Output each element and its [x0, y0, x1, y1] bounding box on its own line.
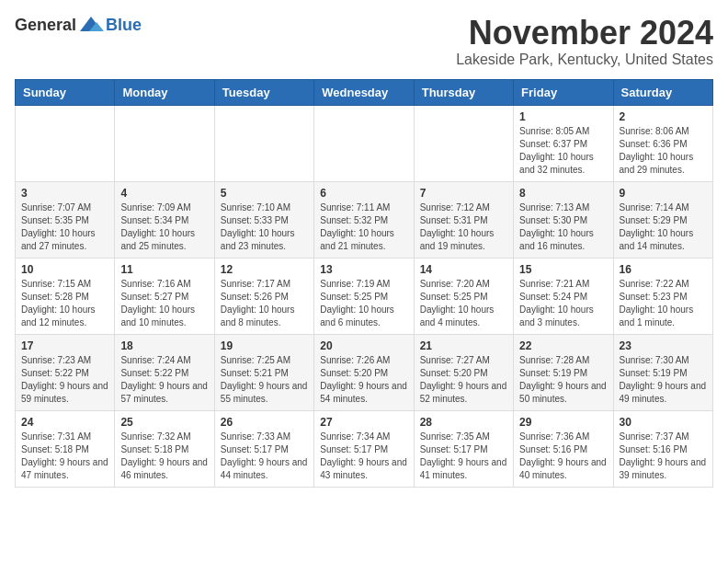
day-info: Sunrise: 7:14 AMSunset: 5:29 PMDaylight:…	[620, 201, 707, 253]
day-number: 6	[320, 187, 407, 200]
calendar-cell: 7Sunrise: 7:12 AMSunset: 5:31 PMDaylight…	[414, 181, 513, 258]
day-number: 13	[320, 263, 407, 276]
week-row-1: 1Sunrise: 8:05 AMSunset: 6:37 PMDaylight…	[16, 105, 713, 181]
weekday-thursday: Thursday	[414, 79, 513, 105]
day-number: 24	[21, 416, 108, 429]
day-info: Sunrise: 7:09 AMSunset: 5:34 PMDaylight:…	[120, 201, 208, 253]
weekday-tuesday: Tuesday	[214, 79, 313, 105]
title-area: November 2024 Lakeside Park, Kentucky, U…	[456, 15, 713, 68]
calendar-cell: 8Sunrise: 7:13 AMSunset: 5:30 PMDaylight…	[514, 181, 613, 258]
logo-icon	[78, 15, 104, 35]
day-number: 4	[120, 187, 208, 200]
calendar-cell: 23Sunrise: 7:30 AMSunset: 5:19 PMDayligh…	[613, 334, 712, 410]
weekday-wednesday: Wednesday	[314, 79, 414, 105]
week-row-5: 24Sunrise: 7:31 AMSunset: 5:18 PMDayligh…	[16, 410, 713, 487]
calendar-cell	[314, 105, 414, 181]
calendar-cell: 2Sunrise: 8:06 AMSunset: 6:36 PMDaylight…	[613, 105, 712, 181]
day-number: 18	[120, 339, 208, 352]
calendar-cell: 17Sunrise: 7:23 AMSunset: 5:22 PMDayligh…	[16, 334, 115, 410]
day-info: Sunrise: 7:17 AMSunset: 5:26 PMDaylight:…	[221, 278, 308, 329]
calendar-cell: 27Sunrise: 7:34 AMSunset: 5:17 PMDayligh…	[314, 410, 414, 487]
day-number: 22	[519, 339, 607, 352]
day-info: Sunrise: 7:07 AMSunset: 5:35 PMDaylight:…	[21, 201, 108, 253]
day-number: 26	[221, 416, 308, 429]
day-info: Sunrise: 7:28 AMSunset: 5:19 PMDaylight:…	[519, 354, 607, 406]
day-number: 5	[221, 187, 308, 200]
calendar-cell: 21Sunrise: 7:27 AMSunset: 5:20 PMDayligh…	[414, 334, 513, 410]
week-row-4: 17Sunrise: 7:23 AMSunset: 5:22 PMDayligh…	[16, 334, 713, 410]
day-info: Sunrise: 7:19 AMSunset: 5:25 PMDaylight:…	[320, 278, 407, 329]
calendar-cell: 22Sunrise: 7:28 AMSunset: 5:19 PMDayligh…	[514, 334, 613, 410]
calendar-cell	[115, 105, 214, 181]
day-info: Sunrise: 7:26 AMSunset: 5:20 PMDaylight:…	[320, 354, 407, 406]
day-number: 12	[221, 263, 308, 276]
day-info: Sunrise: 7:20 AMSunset: 5:25 PMDaylight:…	[420, 278, 507, 329]
calendar-cell: 12Sunrise: 7:17 AMSunset: 5:26 PMDayligh…	[214, 258, 313, 334]
calendar-cell: 10Sunrise: 7:15 AMSunset: 5:28 PMDayligh…	[16, 258, 115, 334]
week-row-2: 3Sunrise: 7:07 AMSunset: 5:35 PMDaylight…	[16, 181, 713, 258]
calendar-cell: 24Sunrise: 7:31 AMSunset: 5:18 PMDayligh…	[16, 410, 115, 487]
day-number: 10	[21, 263, 108, 276]
day-info: Sunrise: 7:21 AMSunset: 5:24 PMDaylight:…	[519, 278, 607, 329]
day-number: 15	[519, 263, 607, 276]
calendar-cell: 3Sunrise: 7:07 AMSunset: 5:35 PMDaylight…	[16, 181, 115, 258]
calendar-cell: 13Sunrise: 7:19 AMSunset: 5:25 PMDayligh…	[314, 258, 414, 334]
day-number: 14	[420, 263, 507, 276]
day-info: Sunrise: 8:06 AMSunset: 6:36 PMDaylight:…	[620, 125, 707, 177]
day-number: 25	[120, 416, 208, 429]
day-info: Sunrise: 7:33 AMSunset: 5:17 PMDaylight:…	[221, 431, 308, 482]
day-number: 29	[519, 416, 607, 429]
calendar-cell: 6Sunrise: 7:11 AMSunset: 5:32 PMDaylight…	[314, 181, 414, 258]
day-number: 11	[120, 263, 208, 276]
logo-general-text: General	[15, 16, 76, 35]
day-info: Sunrise: 7:10 AMSunset: 5:33 PMDaylight:…	[221, 201, 308, 253]
day-info: Sunrise: 7:23 AMSunset: 5:22 PMDaylight:…	[21, 354, 108, 406]
day-info: Sunrise: 7:15 AMSunset: 5:28 PMDaylight:…	[21, 278, 108, 329]
day-info: Sunrise: 7:12 AMSunset: 5:31 PMDaylight:…	[420, 201, 507, 253]
day-number: 8	[519, 187, 607, 200]
calendar-cell	[414, 105, 513, 181]
calendar-cell: 9Sunrise: 7:14 AMSunset: 5:29 PMDaylight…	[613, 181, 712, 258]
calendar-cell: 15Sunrise: 7:21 AMSunset: 5:24 PMDayligh…	[514, 258, 613, 334]
day-number: 28	[420, 416, 507, 429]
logo: General Blue	[15, 15, 142, 35]
day-info: Sunrise: 7:24 AMSunset: 5:22 PMDaylight:…	[120, 354, 208, 406]
calendar-cell: 16Sunrise: 7:22 AMSunset: 5:23 PMDayligh…	[613, 258, 712, 334]
day-info: Sunrise: 7:27 AMSunset: 5:20 PMDaylight:…	[420, 354, 507, 406]
month-title: November 2024	[456, 15, 713, 52]
weekday-monday: Monday	[115, 79, 214, 105]
calendar-cell: 4Sunrise: 7:09 AMSunset: 5:34 PMDaylight…	[115, 181, 214, 258]
weekday-sunday: Sunday	[16, 79, 115, 105]
weekday-header-row: SundayMondayTuesdayWednesdayThursdayFrid…	[16, 79, 713, 105]
calendar-cell: 20Sunrise: 7:26 AMSunset: 5:20 PMDayligh…	[314, 334, 414, 410]
calendar-cell	[214, 105, 313, 181]
calendar-cell: 30Sunrise: 7:37 AMSunset: 5:16 PMDayligh…	[613, 410, 712, 487]
calendar-cell: 11Sunrise: 7:16 AMSunset: 5:27 PMDayligh…	[115, 258, 214, 334]
day-number: 1	[519, 110, 607, 123]
day-info: Sunrise: 7:22 AMSunset: 5:23 PMDaylight:…	[620, 278, 707, 329]
calendar-cell	[16, 105, 115, 181]
day-number: 17	[21, 339, 108, 352]
day-number: 7	[420, 187, 507, 200]
calendar-cell: 28Sunrise: 7:35 AMSunset: 5:17 PMDayligh…	[414, 410, 513, 487]
calendar-cell: 25Sunrise: 7:32 AMSunset: 5:18 PMDayligh…	[115, 410, 214, 487]
day-info: Sunrise: 8:05 AMSunset: 6:37 PMDaylight:…	[519, 125, 607, 177]
day-number: 3	[21, 187, 108, 200]
calendar-cell: 1Sunrise: 8:05 AMSunset: 6:37 PMDaylight…	[514, 105, 613, 181]
day-number: 19	[221, 339, 308, 352]
logo-blue-text: Blue	[106, 16, 142, 35]
day-info: Sunrise: 7:30 AMSunset: 5:19 PMDaylight:…	[620, 354, 707, 406]
page-header: General Blue November 2024 Lakeside Park…	[15, 15, 713, 68]
weekday-friday: Friday	[514, 79, 613, 105]
day-info: Sunrise: 7:34 AMSunset: 5:17 PMDaylight:…	[320, 431, 407, 482]
day-info: Sunrise: 7:32 AMSunset: 5:18 PMDaylight:…	[120, 431, 208, 482]
calendar-cell: 19Sunrise: 7:25 AMSunset: 5:21 PMDayligh…	[214, 334, 313, 410]
location-title: Lakeside Park, Kentucky, United States	[456, 52, 713, 68]
calendar-cell: 18Sunrise: 7:24 AMSunset: 5:22 PMDayligh…	[115, 334, 214, 410]
day-info: Sunrise: 7:25 AMSunset: 5:21 PMDaylight:…	[221, 354, 308, 406]
week-row-3: 10Sunrise: 7:15 AMSunset: 5:28 PMDayligh…	[16, 258, 713, 334]
calendar-cell: 29Sunrise: 7:36 AMSunset: 5:16 PMDayligh…	[514, 410, 613, 487]
day-number: 21	[420, 339, 507, 352]
day-info: Sunrise: 7:13 AMSunset: 5:30 PMDaylight:…	[519, 201, 607, 253]
day-number: 9	[620, 187, 707, 200]
